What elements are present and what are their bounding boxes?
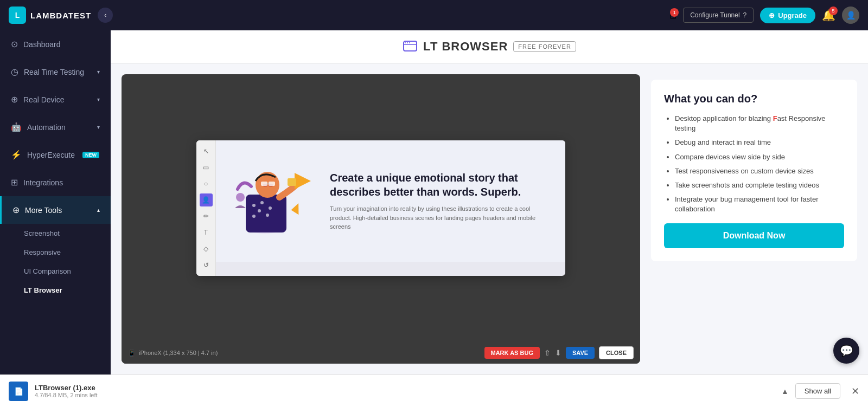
phone-icon: 📱 [128, 350, 136, 357]
sidebar-sub-screenshot[interactable]: Screenshot [0, 224, 111, 243]
svg-point-9 [269, 206, 272, 210]
save-button[interactable]: SAVE [566, 347, 595, 359]
browser-content-area: Create a unique emotional story that des… [216, 140, 565, 276]
mark-bug-button[interactable]: MARK AS BUG [484, 347, 540, 359]
sidebar-item-label: Automation [27, 123, 66, 132]
right-panel: What you can do? Desktop application for… [651, 74, 857, 364]
hyperexecute-icon: ⚡ [11, 150, 22, 160]
browser-illustration [232, 157, 319, 246]
browser-headline: Create a unique emotional story that des… [330, 171, 549, 199]
real-time-icon: ◷ [11, 67, 18, 77]
user-avatar[interactable]: 👤 [842, 7, 859, 24]
close-button[interactable]: CLOSE [599, 346, 634, 359]
download-icon-button[interactable]: ⬇ [555, 348, 561, 357]
svg-point-4 [409, 42, 410, 43]
browser-window: ↖ ▭ ○ 👤 ✏ T ◇ ↺ [196, 140, 565, 276]
chevron-down-icon: ▾ [97, 124, 100, 130]
show-all-button[interactable]: Show all [795, 383, 840, 399]
sidebar-item-integrations[interactable]: ⊞ Integrations [0, 169, 111, 196]
page-header: LT BROWSER FREE FOREVER [111, 30, 868, 63]
chevron-down-icon: ▾ [97, 69, 100, 75]
chat-icon: 💬 [840, 344, 853, 357]
sidebar-item-real-time-testing[interactable]: ◷ Real Time Testing ▾ [0, 58, 111, 86]
cursor-tool[interactable]: ↖ [200, 145, 213, 158]
square-tool[interactable]: ▭ [200, 161, 213, 174]
download-close-button[interactable]: ✕ [851, 385, 859, 397]
free-forever-badge: FREE FOREVER [513, 41, 576, 52]
circle-tool[interactable]: ○ [200, 177, 213, 190]
sidebar-sub-lt-browser[interactable]: LT Browser [0, 281, 111, 300]
browser-text-content: Create a unique emotional story that des… [330, 171, 549, 231]
download-filename: LTBrowser (1).exe [35, 384, 775, 392]
feature-list: Desktop application for blazing Fast Res… [664, 114, 844, 215]
upgrade-button[interactable]: ⊕ Upgrade [760, 8, 815, 23]
feature-item-1: Debug and interact in real time [675, 138, 844, 147]
pencil-tool[interactable]: ✏ [200, 210, 213, 223]
svg-point-8 [260, 201, 264, 204]
share-button[interactable]: ⇧ [544, 348, 551, 357]
browser-description: Turn your imagination into reality by us… [330, 204, 549, 231]
svg-point-2 [405, 42, 406, 43]
automation-icon: 🤖 [11, 122, 22, 132]
sidebar-item-label: Dashboard [23, 40, 61, 49]
person-tool[interactable]: 👤 [200, 193, 213, 206]
browser-preview-inner: ↖ ▭ ○ 👤 ✏ T ◇ ↺ [122, 74, 640, 342]
chevron-up-download-icon[interactable]: ▲ [781, 387, 789, 396]
grid-badge: 1 [670, 8, 679, 17]
sidebar: ⊙ Dashboard ◷ Real Time Testing ▾ ⊕ Real… [0, 30, 111, 374]
top-header: L LAMBDATEST ‹ ⊞ 1 Configure Tunnel ? ⊕ … [0, 0, 868, 30]
sidebar-item-hyperexecute[interactable]: ⚡ HyperExecute NEW [0, 141, 111, 169]
sidebar-item-dashboard[interactable]: ⊙ Dashboard [0, 30, 111, 58]
configure-tunnel-label: Configure Tunnel [690, 11, 739, 19]
character-illustration [232, 157, 319, 243]
main-layout: ⊙ Dashboard ◷ Real Time Testing ▾ ⊕ Real… [0, 30, 868, 374]
svg-marker-22 [290, 203, 302, 217]
sidebar-item-automation[interactable]: 🤖 Automation ▾ [0, 113, 111, 141]
diamond-tool[interactable]: ◇ [200, 242, 213, 255]
lt-browser-logo: LT BROWSER FREE FOREVER [403, 39, 576, 54]
svg-point-7 [252, 204, 256, 207]
device-info-text: iPhoneX (1,334 x 750 | 4.7 in) [139, 350, 218, 356]
responsive-label: Responsive [24, 248, 61, 256]
text-tool[interactable]: T [200, 226, 213, 239]
chevron-up-icon: ▴ [97, 207, 100, 213]
grid-icon-wrap[interactable]: ⊞ 1 [669, 10, 676, 21]
lt-browser-name: LT BROWSER [423, 40, 508, 54]
sidebar-collapse-button[interactable]: ‹ [98, 8, 113, 23]
integrations-icon: ⊞ [11, 177, 18, 188]
logo-icon: L [9, 7, 26, 24]
browser-bottom-bar: 📱 iPhoneX (1,334 x 750 | 4.7 in) MARK AS… [122, 342, 640, 364]
sidebar-item-label: More Tools [25, 206, 62, 215]
svg-point-10 [258, 209, 261, 212]
sidebar-sub-responsive[interactable]: Responsive [0, 243, 111, 262]
notification-bell[interactable]: 🔔 5 [822, 9, 835, 22]
what-you-can-do-title: What you can do? [664, 93, 844, 105]
download-info: LTBrowser (1).exe 4.7/84.8 MB, 2 mins le… [35, 384, 775, 398]
feature-item-2: Compare devices view side by side [675, 152, 844, 162]
new-badge: NEW [82, 152, 99, 158]
what-you-can-do-panel: What you can do? Desktop application for… [651, 80, 857, 261]
sidebar-sub-ui-comparison[interactable]: UI Comparison [0, 262, 111, 281]
browser-preview-wrap: ↖ ▭ ○ 👤 ✏ T ◇ ↺ [122, 74, 640, 364]
configure-tunnel-button[interactable]: Configure Tunnel ? [683, 8, 754, 23]
logo-text: LAMBDATEST [30, 11, 91, 20]
download-now-button[interactable]: Download Now [664, 223, 844, 248]
browser-content-with-toolbar: ↖ ▭ ○ 👤 ✏ T ◇ ↺ [196, 140, 565, 276]
chat-button[interactable]: 💬 [833, 338, 859, 364]
logo-area: L LAMBDATEST [9, 7, 91, 24]
refresh-tool[interactable]: ↺ [200, 259, 213, 272]
main-content: ↖ ▭ ○ 👤 ✏ T ◇ ↺ [111, 63, 868, 374]
svg-rect-17 [269, 182, 275, 186]
feature-item-3: Test responsiveness on custom device siz… [675, 166, 844, 176]
header-left: L LAMBDATEST ‹ [9, 7, 113, 24]
dashboard-icon: ⊙ [11, 39, 18, 49]
feature-item-5: Integrate your bug management tool for f… [675, 195, 844, 214]
svg-rect-16 [261, 182, 267, 186]
download-meta: 4.7/84.8 MB, 2 mins left [35, 392, 775, 398]
feature-item-0: Desktop application for blazing Fast Res… [675, 114, 844, 133]
svg-point-12 [252, 215, 256, 218]
sidebar-item-real-device[interactable]: ⊕ Real Device ▾ [0, 86, 111, 113]
svg-point-11 [266, 214, 269, 217]
sidebar-item-more-tools[interactable]: ⊕ More Tools ▴ [0, 196, 111, 224]
notification-badge: 5 [829, 7, 838, 15]
